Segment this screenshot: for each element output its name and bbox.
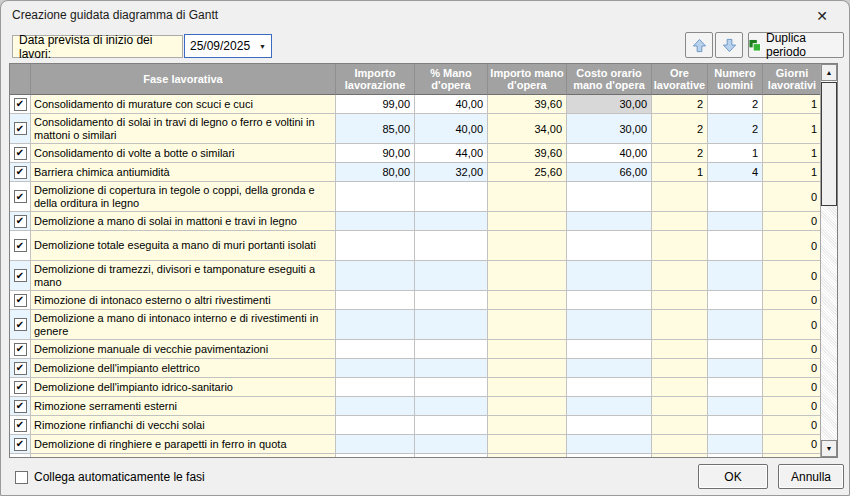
giorni-lavorativi-cell[interactable]: 0: [763, 212, 821, 231]
importo-lavorazione-cell[interactable]: [336, 231, 415, 261]
row-checkbox-cell[interactable]: ✔: [10, 416, 31, 435]
perc-mano-opera-cell[interactable]: 32,00: [415, 163, 488, 182]
giorni-lavorativi-cell[interactable]: 0: [763, 291, 821, 310]
ore-lavorative-cell[interactable]: [652, 182, 708, 212]
ore-lavorative-cell[interactable]: 1: [652, 163, 708, 182]
ore-lavorative-cell[interactable]: [652, 359, 708, 378]
costo-orario-cell[interactable]: [567, 359, 652, 378]
row-checkbox-cell[interactable]: ✔: [10, 435, 31, 454]
costo-orario-cell[interactable]: 66,00: [567, 163, 652, 182]
ore-lavorative-cell[interactable]: [652, 261, 708, 291]
perc-mano-opera-cell[interactable]: [415, 212, 488, 231]
importo-mano-opera-cell[interactable]: 25,60: [488, 163, 567, 182]
ore-lavorative-cell[interactable]: 2: [652, 114, 708, 144]
perc-mano-opera-cell[interactable]: [415, 182, 488, 212]
importo-lavorazione-cell[interactable]: [336, 291, 415, 310]
importo-mano-opera-cell[interactable]: [488, 435, 567, 454]
numero-uomini-cell[interactable]: [708, 359, 763, 378]
fase-lavorativa-cell[interactable]: Demolizione di copertura in tegole o cop…: [31, 182, 336, 212]
perc-mano-opera-cell[interactable]: [415, 454, 488, 457]
giorni-lavorativi-cell[interactable]: 0: [763, 182, 821, 212]
importo-mano-opera-cell[interactable]: [488, 310, 567, 340]
perc-mano-opera-cell[interactable]: [415, 397, 488, 416]
ore-lavorative-cell[interactable]: [652, 416, 708, 435]
fase-lavorativa-cell[interactable]: Demolizione a mano di solai in mattoni e…: [31, 212, 336, 231]
importo-mano-opera-cell[interactable]: [488, 182, 567, 212]
costo-orario-cell[interactable]: 40,00: [567, 144, 652, 163]
close-button[interactable]: ✕: [805, 4, 839, 28]
giorni-lavorativi-cell[interactable]: 0: [763, 378, 821, 397]
perc-mano-opera-cell[interactable]: 40,00: [415, 114, 488, 144]
numero-uomini-cell[interactable]: [708, 416, 763, 435]
fase-lavorativa-cell[interactable]: Demolizione dell'impianto elettrico: [31, 359, 336, 378]
numero-uomini-cell[interactable]: 1: [708, 144, 763, 163]
fase-lavorativa-cell[interactable]: Demolizione a mano di intonaco interno e…: [31, 310, 336, 340]
costo-orario-cell[interactable]: [567, 340, 652, 359]
move-up-button[interactable]: [685, 32, 713, 58]
importo-mano-opera-cell[interactable]: [488, 397, 567, 416]
giorni-lavorativi-cell[interactable]: 0: [763, 261, 821, 291]
costo-orario-cell[interactable]: [567, 454, 652, 457]
fase-lavorativa-cell[interactable]: Rimozione di intonaco esterno o altri ri…: [31, 291, 336, 310]
ore-lavorative-cell[interactable]: [652, 454, 708, 457]
ore-lavorative-cell[interactable]: [652, 291, 708, 310]
importo-mano-opera-cell[interactable]: [488, 378, 567, 397]
costo-orario-cell[interactable]: [567, 231, 652, 261]
giorni-lavorativi-cell[interactable]: 1: [763, 144, 821, 163]
ore-lavorative-cell[interactable]: [652, 340, 708, 359]
fase-lavorativa-cell[interactable]: Demolizione totale eseguita a mano di mu…: [31, 231, 336, 261]
ok-button[interactable]: OK: [698, 464, 768, 489]
row-checkbox-cell[interactable]: ✔: [10, 182, 31, 212]
fase-lavorativa-cell[interactable]: Consolidamento di volte a botte o simila…: [31, 144, 336, 163]
perc-mano-opera-cell[interactable]: [415, 261, 488, 291]
row-checkbox-cell[interactable]: ✔: [10, 340, 31, 359]
giorni-lavorativi-cell[interactable]: 0: [763, 340, 821, 359]
importo-lavorazione-cell[interactable]: [336, 378, 415, 397]
numero-uomini-cell[interactable]: [708, 261, 763, 291]
costo-orario-cell[interactable]: [567, 435, 652, 454]
giorni-lavorativi-cell[interactable]: 0: [763, 416, 821, 435]
fase-lavorativa-cell[interactable]: Consolidamento di murature con scuci e c…: [31, 95, 336, 114]
importo-lavorazione-cell[interactable]: 90,00: [336, 144, 415, 163]
row-checkbox-cell[interactable]: ✔: [10, 231, 31, 261]
move-down-button[interactable]: [715, 32, 743, 58]
auto-link-checkbox[interactable]: [15, 471, 28, 484]
costo-orario-cell[interactable]: 30,00: [567, 114, 652, 144]
importo-lavorazione-cell[interactable]: [336, 454, 415, 457]
giorni-lavorativi-cell[interactable]: 0: [763, 310, 821, 340]
row-checkbox-cell[interactable]: ✔: [10, 454, 31, 457]
perc-mano-opera-cell[interactable]: [415, 340, 488, 359]
ore-lavorative-cell[interactable]: [652, 435, 708, 454]
importo-mano-opera-cell[interactable]: [488, 231, 567, 261]
chevron-down-icon[interactable]: ▼: [254, 35, 271, 57]
perc-mano-opera-cell[interactable]: [415, 359, 488, 378]
row-checkbox-cell[interactable]: ✔: [10, 114, 31, 144]
scroll-down-button[interactable]: ▼: [821, 440, 837, 457]
importo-lavorazione-cell[interactable]: [336, 261, 415, 291]
row-checkbox-cell[interactable]: ✔: [10, 144, 31, 163]
row-checkbox-cell[interactable]: ✔: [10, 95, 31, 114]
importo-mano-opera-cell[interactable]: 34,00: [488, 114, 567, 144]
perc-mano-opera-cell[interactable]: [415, 291, 488, 310]
ore-lavorative-cell[interactable]: [652, 310, 708, 340]
perc-mano-opera-cell[interactable]: [415, 378, 488, 397]
row-checkbox-cell[interactable]: ✔: [10, 163, 31, 182]
importo-mano-opera-cell[interactable]: 39,60: [488, 144, 567, 163]
numero-uomini-cell[interactable]: [708, 397, 763, 416]
giorni-lavorativi-cell[interactable]: 1: [763, 163, 821, 182]
numero-uomini-cell[interactable]: [708, 231, 763, 261]
numero-uomini-cell[interactable]: [708, 378, 763, 397]
importo-mano-opera-cell[interactable]: [488, 261, 567, 291]
giorni-lavorativi-cell[interactable]: 0: [763, 359, 821, 378]
ore-lavorative-cell[interactable]: [652, 212, 708, 231]
perc-mano-opera-cell[interactable]: [415, 416, 488, 435]
importo-mano-opera-cell[interactable]: 39,60: [488, 95, 567, 114]
costo-orario-cell[interactable]: 30,00: [567, 95, 652, 114]
ore-lavorative-cell[interactable]: [652, 231, 708, 261]
fase-lavorativa-cell[interactable]: Demolizione dell'impianto idrico-sanitar…: [31, 378, 336, 397]
costo-orario-cell[interactable]: [567, 397, 652, 416]
costo-orario-cell[interactable]: [567, 212, 652, 231]
numero-uomini-cell[interactable]: [708, 340, 763, 359]
scroll-up-button[interactable]: ▲: [821, 64, 837, 81]
importo-mano-opera-cell[interactable]: [488, 359, 567, 378]
